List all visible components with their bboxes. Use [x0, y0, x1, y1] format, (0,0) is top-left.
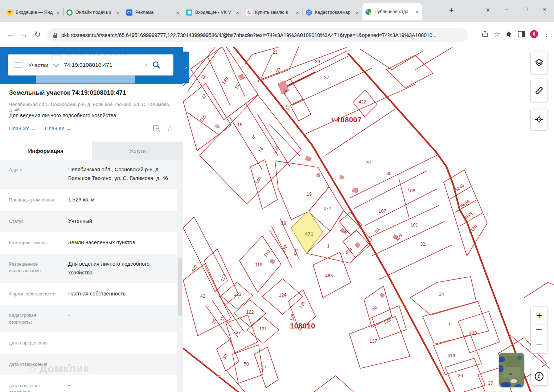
chrome-menu-icon[interactable]: ⋮ [543, 30, 550, 38]
tab-information[interactable]: Информация [0, 142, 92, 160]
info-label: Площадь уточненная: [9, 196, 60, 204]
search-category-select[interactable]: Участки [28, 62, 48, 68]
tab-public-cadastral-active[interactable]: Публичная када × [362, 3, 422, 20]
forward-button[interactable]: → [20, 30, 28, 39]
tab-title: Входящие - VK V [195, 10, 235, 15]
tabs-strip: Входящие — Янд × Онлайн подача з × C+ Ре… [4, 3, 422, 22]
parcel-label: 107 [379, 209, 386, 214]
menu-icon[interactable] [15, 61, 22, 69]
info-value: Челябинская обл., Сосновский р-н, д. Бол… [60, 166, 171, 183]
watermark-domclick: ⌂ Домклик [29, 362, 89, 375]
compass-button[interactable] [531, 367, 547, 385]
parcel-label: 42 [200, 294, 205, 299]
panel-collapse-button[interactable]: ‹ [183, 52, 189, 83]
parcel-label: 124 [279, 293, 287, 298]
n1-favicon: N [246, 9, 252, 16]
watermark-strip [36, 75, 135, 83]
watermark-top: Домклик [51, 41, 128, 60]
tab-close-icon[interactable]: × [115, 9, 120, 16]
map-canvas: 2310526272627422421111495712150491561613… [183, 47, 554, 392]
layers-icon [534, 58, 544, 68]
address-bar[interactable]: pkk.rosreestr.ru/#/search/65.64951699999… [47, 28, 468, 42]
tab-close-icon[interactable]: × [235, 9, 240, 16]
parcel-label: 6135 [468, 224, 478, 235]
plan-kk-link[interactable]: План КК → [45, 126, 71, 131]
parcel-label: 422 [359, 99, 366, 105]
tab-close-icon[interactable]: × [56, 9, 60, 16]
tab-vk-inbox[interactable]: Входящие - VK V × [183, 4, 243, 20]
layers-button[interactable] [531, 52, 547, 74]
tab-title: Входящие — Янд [16, 10, 56, 15]
parcel-header-icons: ☆ [153, 124, 173, 133]
satellite-preview [499, 353, 524, 387]
plan-links: План ЗУ → План КК → [9, 126, 71, 131]
back-button[interactable]: ← [7, 30, 15, 39]
info-row: дата определения:- [0, 333, 177, 353]
parcel-label: 6805 [463, 211, 475, 220]
close-button[interactable]: × [535, 6, 554, 13]
zoom-in-button[interactable]: + [531, 307, 547, 324]
tab-ads[interactable]: C+ Реклама × [123, 4, 183, 20]
parcel-label: 11 [219, 316, 226, 322]
info-row: Статус:Учтенный [0, 211, 177, 232]
extension-badge[interactable]: 0 [530, 30, 538, 38]
info-label: Форма собственности: [9, 290, 60, 298]
minimize-button[interactable]: − [497, 6, 516, 13]
chevron-down-icon[interactable] [53, 61, 59, 67]
cadastral-map[interactable]: 2310526272627422421111495712150491561613… [183, 47, 554, 392]
parcel-label: 123 [234, 292, 242, 297]
info-label: Кадастровая стоимость: [9, 311, 60, 326]
tab-services[interactable]: Услуги [92, 142, 184, 160]
parcel-label: 471 [305, 231, 313, 237]
tab-close-icon[interactable]: × [175, 9, 180, 16]
parcel-label: 108007 [336, 116, 362, 124]
info-row: Кадастровая стоимость:- [0, 305, 177, 332]
tab-close-icon[interactable]: × [414, 9, 419, 15]
scrollbar-thumb[interactable] [178, 258, 182, 316]
favorite-star-icon[interactable]: ☆ [167, 124, 173, 133]
search-input[interactable] [63, 61, 143, 69]
parcel-label: 11 [200, 74, 206, 81]
parcel-label: 19 [281, 221, 286, 226]
tab-search-button[interactable]: ∨ [479, 6, 497, 13]
tab-yandex-mail[interactable]: Входящие — Янд × [4, 4, 63, 20]
green-circle-favicon [66, 9, 73, 16]
tab-buy-land[interactable]: N Купить землю в × [243, 4, 303, 20]
panel-scrollbar[interactable] [177, 160, 183, 392]
bookmark-star-icon[interactable]: ☆ [494, 30, 500, 38]
extensions-puzzle-icon[interactable] [505, 30, 513, 38]
parcel-label: 137 [370, 339, 377, 344]
doc-search-icon[interactable] [153, 125, 160, 132]
new-tab-button[interactable]: + [449, 7, 454, 15]
parcel-label: 419 [448, 353, 455, 358]
toolbar-right-icons: ☆ 0 ⋮ [481, 30, 550, 38]
info-label: дата внесения сведений: [9, 381, 60, 392]
restore-button[interactable]: □ [516, 6, 535, 13]
info-value: Учтенный [60, 217, 171, 226]
parcel-label: 110 [263, 249, 271, 258]
parcel-info-panel: Участки × Земельный участок 74:19:010801… [0, 47, 183, 392]
basemap-thumbnail[interactable] [499, 353, 524, 387]
tab-cadastral-map[interactable]: Кадастровая кар × [303, 4, 362, 20]
parcel-title: Земельный участок 74:19:0108010:471 [9, 89, 169, 97]
tab-close-icon[interactable]: × [295, 9, 300, 16]
plan-zu-link[interactable]: План ЗУ → [9, 126, 36, 131]
parcel-label: 122 [246, 310, 254, 315]
road-southwest [183, 348, 238, 392]
parcel-label: 15 [237, 122, 242, 127]
parcel-label: 139 [272, 146, 280, 155]
sidebar-icon[interactable] [518, 31, 525, 37]
info-row: Категория земель:Земли населённых пункто… [0, 233, 177, 253]
screen: Входящие — Янд × Онлайн подача з × C+ Ре… [0, 0, 554, 392]
tab-online-filing[interactable]: Онлайн подача з × [63, 4, 123, 20]
tab-close-icon[interactable]: × [355, 9, 360, 16]
zoom-out-button[interactable]: − [531, 335, 547, 353]
search-icon[interactable] [152, 61, 161, 69]
share-icon[interactable] [481, 30, 489, 38]
locate-button[interactable] [531, 109, 547, 130]
zoom-more-button[interactable]: ••• [531, 324, 547, 335]
measure-button[interactable] [531, 79, 547, 102]
reload-button[interactable]: ↻ [34, 30, 41, 39]
clear-search-icon[interactable]: × [144, 61, 148, 69]
parcel-label: 103 [394, 233, 403, 242]
